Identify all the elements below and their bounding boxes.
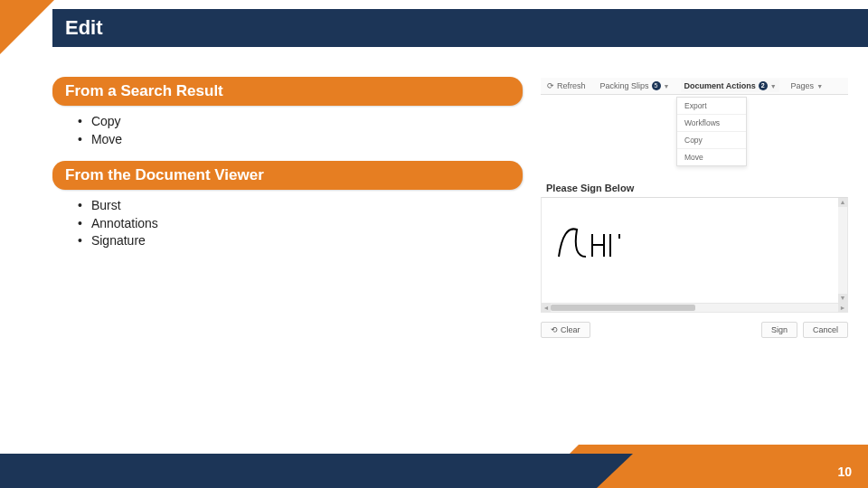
scroll-right-icon[interactable]: ► [838, 304, 847, 312]
scroll-left-icon[interactable]: ◄ [542, 304, 551, 312]
horizontal-scrollbar[interactable]: ◄ ► [541, 304, 848, 313]
bullet-list-search-result: Copy Move [52, 113, 523, 148]
sign-button[interactable]: Sign [761, 322, 797, 338]
sign-prompt: Please Sign Below [541, 179, 848, 197]
dropdown-item-workflows[interactable]: Workflows [677, 114, 746, 131]
pages-label: Pages [791, 81, 815, 90]
document-actions-menu[interactable]: Document Actions 2 ▼ [681, 80, 778, 92]
document-actions-dropdown: Export Workflows Copy Move [676, 97, 747, 166]
packing-slips-label: Packing Slips [600, 81, 649, 90]
footer-accent [597, 454, 868, 488]
bullet-list-document-viewer: Burst Annotations Signature [52, 197, 523, 250]
signature-stroke [554, 216, 663, 270]
list-item: Burst [78, 197, 523, 215]
chevron-down-icon: ▼ [816, 83, 823, 89]
clear-icon: ⟲ [551, 325, 558, 334]
scroll-up-icon[interactable]: ▲ [838, 198, 847, 207]
list-item: Annotations [78, 215, 523, 233]
page-title: Edit [65, 16, 103, 40]
chevron-down-icon: ▼ [664, 83, 670, 89]
list-item: Signature [78, 232, 523, 250]
embedded-screenshot: ⟳ Refresh Packing Slips 5 ▼ Document Act… [541, 78, 848, 338]
content-left: From a Search Result Copy Move From the … [52, 77, 523, 263]
signature-canvas[interactable]: ▲ ▼ [541, 197, 848, 304]
page-number: 10 [837, 465, 852, 479]
footer-accent-top [570, 445, 868, 454]
sign-label: Sign [771, 325, 788, 334]
signature-dialog-buttons: ⟲ Clear Sign Cancel [541, 322, 848, 338]
clear-button[interactable]: ⟲ Clear [541, 322, 590, 338]
cancel-label: Cancel [813, 325, 838, 334]
refresh-button[interactable]: ⟳ Refresh [544, 80, 589, 92]
packing-slips-count: 5 [652, 81, 661, 90]
dropdown-item-move[interactable]: Move [677, 148, 746, 165]
section-heading-search-result: From a Search Result [52, 77, 523, 106]
pages-menu[interactable]: Pages ▼ [788, 80, 826, 92]
section-heading-document-viewer: From the Document Viewer [52, 161, 523, 190]
chevron-down-icon: ▼ [770, 83, 777, 89]
cancel-button[interactable]: Cancel [803, 322, 848, 338]
document-actions-label: Document Actions [684, 81, 755, 90]
top-accent-triangle [0, 0, 54, 54]
scroll-down-icon[interactable]: ▼ [838, 294, 847, 303]
packing-slips-menu[interactable]: Packing Slips 5 ▼ [598, 80, 673, 92]
refresh-label: Refresh [557, 81, 586, 90]
list-item: Move [78, 131, 523, 149]
dropdown-item-copy[interactable]: Copy [677, 131, 746, 148]
scroll-track [695, 304, 838, 312]
list-item: Copy [78, 113, 523, 131]
clear-label: Clear [561, 325, 580, 334]
vertical-scrollbar[interactable]: ▲ ▼ [838, 198, 847, 303]
dropdown-item-export[interactable]: Export [677, 98, 746, 114]
title-bar: Edit [52, 9, 868, 47]
refresh-icon: ⟳ [547, 81, 554, 90]
toolbar: ⟳ Refresh Packing Slips 5 ▼ Document Act… [541, 78, 848, 95]
document-actions-count: 2 [759, 81, 768, 90]
scroll-thumb[interactable] [551, 305, 695, 311]
